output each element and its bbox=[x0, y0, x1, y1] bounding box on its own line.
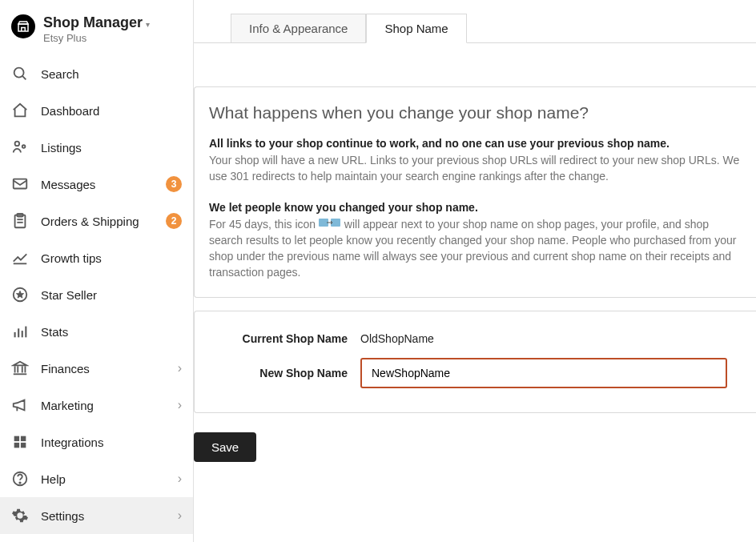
sidebar-item-listings[interactable]: Listings bbox=[0, 129, 193, 166]
star-icon bbox=[11, 286, 29, 303]
nav-label: Search bbox=[41, 67, 182, 81]
sidebar-item-integrations[interactable]: Integrations bbox=[0, 424, 193, 460]
mail-icon bbox=[11, 175, 29, 193]
nav-label: Settings bbox=[41, 509, 166, 523]
svg-rect-24 bbox=[21, 436, 26, 441]
listings-icon bbox=[11, 139, 29, 156]
nav-label: Dashboard bbox=[41, 104, 182, 118]
nav-label: Integrations bbox=[41, 436, 182, 449]
sidebar-item-help[interactable]: Help › bbox=[0, 460, 193, 497]
info-line1-bold: All links to your shop continue to work,… bbox=[209, 137, 742, 150]
badge: 3 bbox=[166, 176, 182, 192]
nav-label: Star Seller bbox=[41, 288, 182, 302]
sidebar: Shop Manager ▾ Etsy Plus Search Dashboar… bbox=[0, 0, 194, 542]
clipboard-icon bbox=[11, 212, 29, 230]
new-shop-name-input[interactable] bbox=[360, 358, 727, 388]
plan-label: Etsy Plus bbox=[43, 32, 182, 44]
help-icon bbox=[11, 470, 29, 488]
etsy-shop-logo-icon bbox=[11, 14, 35, 38]
new-shop-name-label: New Shop Name bbox=[223, 367, 348, 379]
search-icon bbox=[11, 65, 29, 82]
nav-label: Listings bbox=[41, 141, 182, 155]
sidebar-item-finances[interactable]: Finances › bbox=[0, 350, 193, 387]
info-line2-text-a: For 45 days, this icon bbox=[209, 218, 319, 231]
info-card-title: What happens when you change your shop n… bbox=[209, 103, 742, 122]
nav-label: Stats bbox=[41, 325, 182, 339]
svg-rect-23 bbox=[14, 436, 19, 441]
sidebar-item-stats[interactable]: Stats bbox=[0, 313, 193, 350]
nav-label: Growth tips bbox=[41, 251, 182, 265]
sidebar-item-star-seller[interactable]: Star Seller bbox=[0, 276, 193, 313]
svg-marker-12 bbox=[16, 291, 23, 298]
svg-rect-5 bbox=[14, 179, 27, 189]
badge: 2 bbox=[166, 213, 182, 229]
gear-icon bbox=[11, 507, 29, 524]
app-title: Shop Manager bbox=[43, 14, 143, 31]
svg-rect-26 bbox=[21, 443, 26, 448]
svg-point-4 bbox=[22, 145, 26, 148]
current-shop-name-value: OldShopName bbox=[360, 332, 434, 345]
main-content: Info & Appearance Shop Name What happens… bbox=[194, 0, 756, 542]
svg-line-2 bbox=[22, 76, 26, 79]
nav-label: Finances bbox=[41, 362, 166, 375]
name-change-icon bbox=[319, 218, 341, 231]
caret-down-icon[interactable]: ▾ bbox=[146, 20, 150, 29]
chevron-right-icon: › bbox=[178, 508, 182, 523]
svg-point-1 bbox=[14, 68, 24, 78]
svg-point-28 bbox=[19, 482, 20, 483]
sidebar-item-settings[interactable]: Settings › bbox=[0, 497, 193, 534]
info-line1-text: Your shop will have a new URL. Links to … bbox=[209, 152, 742, 185]
home-icon bbox=[11, 102, 29, 119]
growth-icon bbox=[11, 249, 29, 267]
sidebar-item-marketing[interactable]: Marketing › bbox=[0, 387, 193, 424]
tab-info-appearance[interactable]: Info & Appearance bbox=[231, 14, 366, 43]
nav: Search Dashboard Listings Messages 3 bbox=[0, 55, 193, 542]
nav-label: Help bbox=[41, 472, 166, 486]
info-line2-bold: We let people know you changed your shop… bbox=[209, 201, 742, 214]
nav-label: Marketing bbox=[41, 399, 166, 412]
svg-point-3 bbox=[15, 142, 19, 147]
sidebar-item-messages[interactable]: Messages 3 bbox=[0, 166, 193, 203]
current-shop-name-label: Current Shop Name bbox=[223, 332, 348, 345]
bank-icon bbox=[11, 359, 29, 377]
info-line2-text: For 45 days, this icon will appear next … bbox=[209, 216, 742, 281]
chevron-right-icon: › bbox=[178, 361, 182, 375]
svg-rect-25 bbox=[14, 443, 19, 448]
sidebar-item-orders[interactable]: Orders & Shipping 2 bbox=[0, 203, 193, 239]
tabs: Info & Appearance Shop Name bbox=[194, 0, 756, 43]
sidebar-header[interactable]: Shop Manager ▾ Etsy Plus bbox=[0, 0, 193, 55]
megaphone-icon bbox=[11, 396, 29, 414]
nav-label: Orders & Shipping bbox=[41, 215, 154, 228]
sidebar-item-growth[interactable]: Growth tips bbox=[0, 239, 193, 276]
sidebar-item-dashboard[interactable]: Dashboard bbox=[0, 92, 193, 129]
chevron-right-icon: › bbox=[178, 398, 182, 412]
sidebar-item-search[interactable]: Search bbox=[0, 55, 193, 92]
grid-icon bbox=[11, 433, 29, 451]
tab-shop-name[interactable]: Shop Name bbox=[366, 14, 466, 43]
save-button[interactable]: Save bbox=[194, 432, 256, 462]
stats-icon bbox=[11, 323, 29, 340]
nav-label: Messages bbox=[41, 178, 154, 191]
chevron-right-icon: › bbox=[178, 472, 182, 486]
